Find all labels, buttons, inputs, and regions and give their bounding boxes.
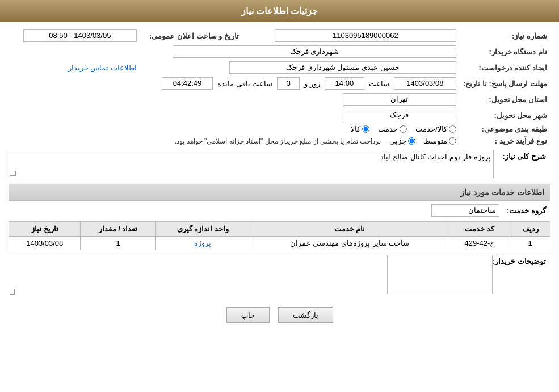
back-button[interactable]: بازگشت [278, 307, 333, 323]
group-service-label: گروه خدمت: [499, 206, 550, 215]
radio-jozee: جزیی [389, 137, 415, 145]
deadline-cell: 1403/03/08 ساعت 14:00 روز و 3 ساعت باقی … [9, 75, 460, 91]
cell-service-code: ج-42-429 [449, 237, 510, 250]
general-desc-box: پروژه فاز دوم احداث کانال صالح آباد [9, 150, 494, 178]
subject-radio-group: کالا/خدمت خدمت کالا [12, 125, 456, 133]
province-row: استان محل تحویل: تهران [9, 91, 550, 107]
contact-link[interactable]: اطلاعات تماس خریدار [68, 64, 137, 72]
cell-date: 1403/03/08 [9, 237, 81, 250]
radio-kala-khedmat-input[interactable] [449, 125, 456, 133]
radio-jozee-input[interactable] [408, 137, 415, 145]
buyer-desc-label: توضیحات خریدار: [493, 255, 550, 265]
buyer-org-value: شهرداری فرجک [173, 45, 456, 58]
deadline-time: 14:00 [325, 77, 364, 90]
radio-motavaset-input[interactable] [449, 137, 456, 145]
page-title: جزئیات اطلاعات نیاز [241, 6, 318, 16]
services-table-header: ردیف کد خدمت نام خدمت واحد اندازه گیری ت… [9, 222, 550, 237]
group-service-row: گروه خدمت: ساختمان [9, 204, 550, 217]
general-desc-label: شرح کلی نیاز: [494, 150, 550, 161]
delivery-province-value: تهران [343, 93, 456, 106]
buyer-org-row: نام دستگاه خریدار: شهرداری فرجک [9, 44, 550, 60]
table-row: 1 ج-42-429 ساخت سایر پروژه‌های مهندسی عم… [9, 237, 550, 250]
services-table: ردیف کد خدمت نام خدمت واحد اندازه گیری ت… [9, 221, 550, 250]
subject-label: طبقه بندی موضوعی: [460, 123, 550, 135]
buyer-desc-textarea[interactable] [387, 255, 493, 294]
purchase-type-label: نوع فرآیند خرید : [460, 135, 550, 147]
resize-handle [10, 171, 16, 176]
purchase-note: پرداخت تمام یا بخشی از مبلغ خریداز محل "… [175, 137, 381, 145]
buyer-org-cell: شهرداری فرجک [9, 44, 460, 60]
purchase-type-section: متوسط جزیی پرداخت تمام یا بخشی از مبلغ خ… [12, 137, 456, 145]
buyer-desc-wrapper [9, 255, 493, 296]
city-cell: فرجک [9, 107, 460, 123]
cell-service-name: ساخت سایر پروژه‌های مهندسی عمران [250, 237, 449, 250]
col-row-num: ردیف [510, 222, 550, 237]
main-info-table: شماره نیاز: 1103095189000062 تاریخ و ساع… [9, 28, 550, 147]
cell-row-num: 1 [510, 237, 550, 250]
radio-khedmat: خدمت [378, 125, 407, 133]
general-desc-section: شرح کلی نیاز: پروژه فاز دوم احداث کانال … [9, 150, 550, 178]
services-section-title: اطلاعات خدمات مورد نیاز [9, 184, 550, 201]
radio-kala-label: کالا [351, 125, 360, 133]
radio-jozee-label: جزیی [389, 137, 406, 145]
radio-motavaset-label: متوسط [424, 137, 447, 145]
cell-unit: پروژه [155, 237, 250, 250]
announce-date-value: 1403/03/05 - 08:50 [23, 29, 137, 42]
need-number-value: 1103095189000062 [275, 29, 456, 42]
purchase-radio-group: متوسط جزیی [389, 137, 456, 145]
general-desc-value: پروژه فاز دوم احداث کانال صالح آباد [380, 153, 491, 161]
group-service-value: ساختمان [431, 204, 499, 217]
col-date: تاریخ نیاز [9, 222, 81, 237]
bottom-buttons: بازگشت چاپ [9, 307, 550, 323]
creator-value: حسین عبدی مسئول شهرداری فرجک [229, 61, 456, 74]
deadline-days: 3 [277, 77, 300, 90]
resize-handle-2 [10, 289, 15, 295]
services-table-body: 1 ج-42-429 ساخت سایر پروژه‌های مهندسی عم… [9, 237, 550, 250]
radio-khedmat-label: خدمت [378, 125, 398, 133]
services-header-row: ردیف کد خدمت نام خدمت واحد اندازه گیری ت… [9, 222, 550, 237]
purchase-type-cell: متوسط جزیی پرداخت تمام یا بخشی از مبلغ خ… [9, 135, 460, 147]
subject-row: طبقه بندی موضوعی: کالا/خدمت خدمت [9, 123, 550, 135]
radio-kala-khedmat: کالا/خدمت [415, 125, 456, 133]
deadline-remaining: 04:42:49 [162, 77, 213, 90]
print-button[interactable]: چاپ [226, 307, 270, 323]
deadline-date: 1403/03/08 [394, 77, 456, 90]
deadline-days-label: روز و [304, 79, 320, 88]
deadline-row: مهلت ارسال پاسخ: تا تاریخ: 1403/03/08 سا… [9, 75, 550, 91]
deadline-remaining-label: ساعت باقی مانده [217, 79, 272, 88]
buyer-org-label: نام دستگاه خریدار: [460, 44, 550, 60]
radio-motavaset: متوسط [424, 137, 456, 145]
purchase-type-row: نوع فرآیند خرید : متوسط جزیی [9, 135, 550, 147]
radio-kala-khedmat-label: کالا/خدمت [415, 125, 447, 133]
radio-khedmat-input[interactable] [400, 125, 407, 133]
buyer-desc-section: توضیحات خریدار: [9, 255, 550, 296]
creator-label: ایجاد کننده درخواست: [460, 60, 550, 75]
deadline-label: مهلت ارسال پاسخ: تا تاریخ: [460, 75, 550, 91]
creator-cell: حسین عبدی مسئول شهرداری فرجک [140, 60, 460, 75]
province-cell: تهران [9, 91, 460, 107]
page-container: جزئیات اطلاعات نیاز شماره نیاز: 11030951… [0, 0, 559, 392]
delivery-city-value: فرجک [343, 109, 456, 121]
delivery-city-label: شهر محل تحویل: [460, 107, 550, 123]
col-service-code: کد خدمت [449, 222, 510, 237]
need-number-row: شماره نیاز: 1103095189000062 تاریخ و ساع… [9, 28, 550, 44]
contact-link-cell: اطلاعات تماس خریدار [9, 60, 140, 75]
col-quantity: تعداد / مقدار [81, 222, 155, 237]
subject-cell: کالا/خدمت خدمت کالا [9, 123, 460, 135]
deadline-time-label: ساعت [369, 79, 389, 88]
deadline-timer: 1403/03/08 ساعت 14:00 روز و 3 ساعت باقی … [12, 77, 456, 90]
col-unit: واحد اندازه گیری [155, 222, 250, 237]
announce-date-cell: 1403/03/05 - 08:50 [9, 28, 140, 44]
cell-quantity: 1 [81, 237, 155, 250]
need-number-label: شماره نیاز: [460, 28, 550, 44]
creator-row: ایجاد کننده درخواست: حسین عبدی مسئول شهر… [9, 60, 550, 75]
radio-kala: کالا [351, 125, 369, 133]
need-number-cell: 1103095189000062 [254, 28, 460, 44]
col-service-name: نام خدمت [250, 222, 449, 237]
content-area: شماره نیاز: 1103095189000062 تاریخ و ساع… [0, 22, 559, 337]
delivery-province-label: استان محل تحویل: [460, 91, 550, 107]
page-header: جزئیات اطلاعات نیاز [0, 0, 559, 22]
radio-kala-input[interactable] [362, 125, 369, 133]
city-row: شهر محل تحویل: فرجک [9, 107, 550, 123]
announce-date-label: تاریخ و ساعت اعلان عمومی: [140, 28, 242, 44]
